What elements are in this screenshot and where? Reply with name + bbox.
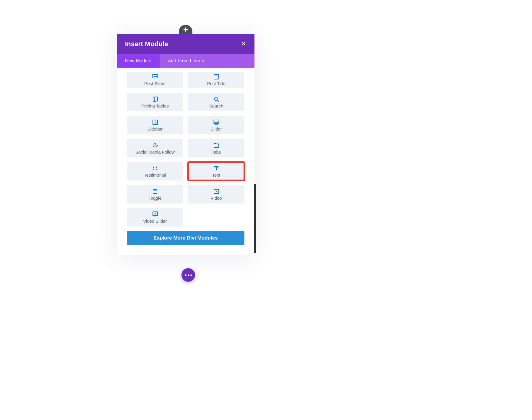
text-icon	[213, 165, 219, 171]
tab-label: New Module	[125, 58, 151, 64]
svg-point-2	[154, 79, 155, 79]
svg-point-40	[155, 216, 155, 217]
search-icon	[213, 96, 219, 102]
explore-button-label: Explore More Divi Modules	[153, 235, 218, 241]
social-follow-icon	[152, 142, 158, 148]
dot-icon	[185, 274, 186, 276]
module-slider[interactable]: Slider	[188, 116, 244, 134]
tabs-icon	[213, 142, 219, 148]
module-tabs[interactable]: Tabs	[188, 139, 244, 157]
module-label: Slider	[210, 126, 222, 131]
module-video-slider[interactable]: Video Slider	[127, 208, 183, 227]
svg-marker-36	[216, 191, 217, 192]
testimonial-icon	[152, 165, 158, 171]
module-sidebar[interactable]: Sidebar	[127, 116, 183, 134]
svg-point-18	[154, 143, 156, 145]
svg-point-41	[156, 216, 156, 217]
modal-tabs: New Module Add From Library	[117, 54, 254, 68]
module-label: Search	[209, 103, 223, 108]
module-testimonial[interactable]: Testimonial	[127, 162, 183, 180]
module-label: Video	[210, 196, 222, 201]
modal-title: Insert Module	[125, 40, 168, 48]
svg-point-16	[216, 124, 217, 125]
module-label: Sidebar	[147, 126, 163, 131]
svg-rect-8	[154, 97, 158, 101]
module-label: Post Title	[207, 81, 226, 86]
svg-rect-13	[214, 120, 219, 123]
svg-rect-5	[214, 74, 219, 79]
dot-icon	[190, 274, 192, 276]
module-toggle[interactable]: Toggle	[127, 185, 183, 204]
toggle-icon	[152, 188, 158, 194]
sidebar-icon	[152, 119, 158, 125]
module-grid: Post Slider Post Title	[127, 72, 244, 227]
video-icon	[213, 188, 219, 194]
module-label: Tabs	[212, 149, 221, 154]
dot-icon	[188, 274, 189, 276]
svg-point-39	[154, 216, 155, 217]
tab-label: Add From Library	[168, 58, 205, 64]
module-post-slider[interactable]: Post Slider	[127, 72, 183, 88]
module-label: Video Slider	[143, 219, 167, 224]
fab-more-icon[interactable]	[181, 268, 195, 282]
add-module-knob[interactable]	[179, 25, 192, 34]
modal-container: Insert Module ✕ New Module Add From Libr…	[117, 25, 254, 246]
svg-marker-38	[155, 213, 156, 214]
scrollbar-thumb[interactable]	[254, 184, 256, 253]
tab-add-from-library[interactable]: Add From Library	[160, 54, 213, 68]
tab-new-module[interactable]: New Module	[117, 54, 160, 68]
module-video[interactable]: Video	[188, 185, 244, 204]
module-pricing-tables[interactable]: Pricing Tables	[127, 93, 183, 111]
module-search[interactable]: Search	[188, 93, 244, 111]
video-slider-icon	[152, 211, 158, 217]
module-list: Post Slider Post Title	[117, 68, 254, 255]
pricing-tables-icon	[152, 96, 158, 102]
svg-point-9	[214, 97, 218, 101]
module-label: Social Media Follow	[135, 149, 175, 154]
module-label: Toggle	[148, 196, 161, 201]
module-label: Post Slider	[144, 81, 166, 86]
module-label: Testimonial	[144, 172, 166, 178]
svg-point-3	[155, 79, 155, 79]
module-label: Text	[212, 172, 220, 178]
insert-module-modal: Insert Module ✕ New Module Add From Libr…	[117, 34, 254, 255]
svg-rect-21	[214, 144, 219, 147]
svg-point-4	[156, 79, 156, 79]
explore-more-modules-button[interactable]: Explore More Divi Modules	[127, 231, 244, 245]
svg-point-17	[217, 124, 218, 125]
close-icon[interactable]: ✕	[241, 41, 246, 47]
module-label: Pricing Tables	[141, 103, 169, 108]
modal-header: Insert Module ✕	[117, 34, 254, 54]
module-text[interactable]: Text	[188, 162, 244, 180]
post-slider-icon	[152, 74, 158, 80]
svg-point-15	[215, 124, 216, 125]
module-post-title[interactable]: Post Title	[188, 72, 244, 88]
post-title-icon	[213, 74, 219, 80]
svg-line-10	[218, 100, 219, 102]
slider-icon	[213, 119, 219, 125]
module-social-media-follow[interactable]: Social Media Follow	[127, 139, 183, 157]
